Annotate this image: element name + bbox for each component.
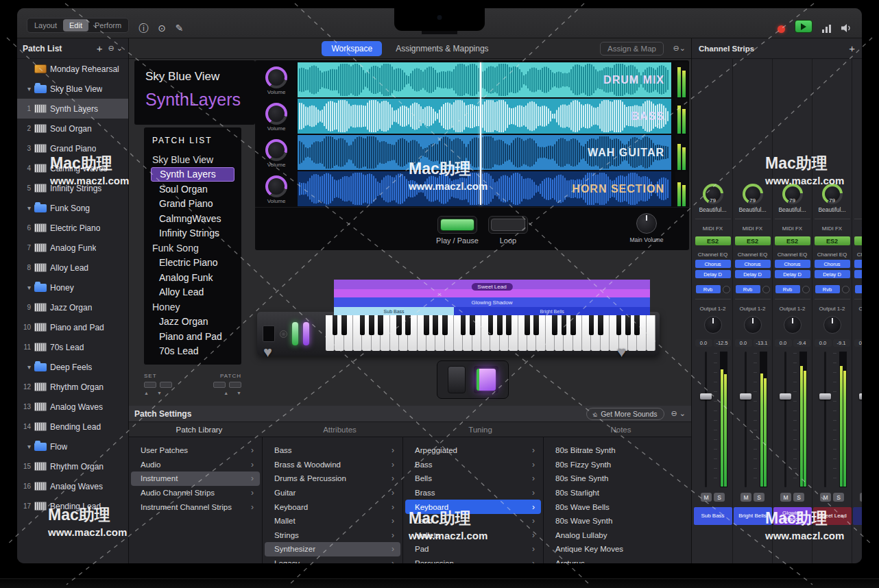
patch-list-item[interactable]: 15Rhythm Organ bbox=[17, 456, 128, 476]
patch-list-item[interactable]: 13Analog Waves bbox=[17, 397, 128, 417]
patch-list-item[interactable]: 16Analog Waves bbox=[17, 476, 128, 496]
layer-bottom-left[interactable]: Sub Bass bbox=[334, 307, 454, 315]
patch-list-item[interactable]: 10Piano and Pad bbox=[17, 317, 128, 337]
library-item[interactable]: Arcturus bbox=[546, 556, 689, 563]
concert-list-item[interactable]: Monday Rehearsal bbox=[17, 59, 128, 79]
fader-handle[interactable] bbox=[700, 393, 712, 400]
piano-key-black[interactable] bbox=[405, 315, 411, 335]
instrument-slot[interactable]: ES2 bbox=[775, 236, 810, 245]
strip-name[interactable] bbox=[853, 507, 863, 525]
mute-button[interactable]: M bbox=[860, 493, 862, 502]
patch-select-button[interactable] bbox=[213, 382, 226, 388]
set-list-item[interactable]: ▾Flow bbox=[17, 437, 128, 456]
add-channel-strip-button[interactable]: + bbox=[849, 42, 855, 54]
eq-slot[interactable]: Channel EQ bbox=[738, 252, 768, 258]
mode-layout[interactable]: Layout bbox=[28, 19, 63, 32]
playhead[interactable] bbox=[480, 62, 481, 205]
insert-slot[interactable]: Delay D bbox=[815, 270, 850, 278]
library-item[interactable]: Instrument› bbox=[131, 471, 260, 486]
piano-key-black[interactable] bbox=[360, 315, 365, 335]
eq-slot[interactable]: Channel EQ bbox=[857, 252, 862, 258]
patch-list-item[interactable]: 17Bending Lead bbox=[17, 496, 128, 516]
set-up-button[interactable]: ▲ bbox=[144, 391, 149, 395]
main-volume-knob[interactable] bbox=[636, 213, 657, 234]
library-item[interactable]: Percussion› bbox=[405, 556, 541, 563]
instrument-slot[interactable]: ES2 bbox=[735, 236, 771, 245]
piano-key-black[interactable] bbox=[433, 315, 438, 335]
library-item[interactable]: Strings› bbox=[265, 528, 400, 543]
piano-keys[interactable] bbox=[326, 315, 655, 351]
mute-button[interactable]: M bbox=[820, 493, 831, 502]
strip-name[interactable]: Glowing Shadow bbox=[773, 507, 812, 525]
set-select-button[interactable] bbox=[160, 382, 172, 388]
patch-list-item[interactable]: 12Rhythm Organ bbox=[17, 377, 128, 397]
onscreen-patch-item[interactable]: Grand Piano bbox=[151, 197, 234, 212]
strip-knob[interactable] bbox=[862, 184, 863, 204]
patch-list-item[interactable]: 6Electric Piano bbox=[17, 218, 128, 238]
piano-key-black[interactable] bbox=[461, 315, 466, 335]
onscreen-patch-item[interactable]: Infinity Strings bbox=[151, 226, 234, 241]
strip-knob[interactable]: 79 bbox=[782, 184, 803, 204]
send-knob[interactable] bbox=[762, 286, 770, 293]
instrument-slot[interactable]: ES2 bbox=[854, 236, 863, 245]
onscreen-patch-item[interactable]: Funk Song bbox=[151, 241, 234, 256]
fader-handle[interactable] bbox=[780, 393, 791, 400]
library-item[interactable]: Audio Channel Strips› bbox=[131, 486, 260, 500]
piano-key-black[interactable] bbox=[488, 315, 494, 335]
library-item[interactable]: Bass› bbox=[265, 443, 400, 458]
fader-handle[interactable] bbox=[819, 393, 831, 400]
library-item[interactable]: 80s Bitrate Synth bbox=[546, 443, 689, 458]
set-list-item[interactable]: ▾Funk Song bbox=[17, 198, 128, 218]
layer-bottom-right[interactable]: Bright Bells bbox=[454, 307, 650, 315]
library-tab[interactable]: Attributes bbox=[269, 422, 410, 437]
midi-fx-slot[interactable]: MIDI FX bbox=[822, 225, 842, 232]
output-slot[interactable]: Output 1-2 bbox=[700, 306, 726, 312]
volume-knob[interactable] bbox=[265, 139, 287, 161]
onscreen-patch-item[interactable]: Soul Organ bbox=[151, 182, 234, 197]
strip-name[interactable]: Sub Bass bbox=[694, 507, 732, 525]
library-item[interactable]: Lead› bbox=[405, 514, 541, 528]
tab-assignments-mappings[interactable]: Assignments & Mappings bbox=[386, 41, 498, 56]
insert-slot[interactable]: Chorus bbox=[854, 260, 863, 268]
send-button[interactable]: Rvb bbox=[855, 285, 863, 293]
layer-middle[interactable]: Glowing Shadow bbox=[334, 297, 650, 307]
pan-knob[interactable] bbox=[823, 316, 841, 334]
solo-button[interactable]: S bbox=[714, 493, 725, 502]
levels-icon[interactable] bbox=[822, 25, 831, 33]
pan-knob[interactable] bbox=[704, 316, 722, 334]
pitch-wheel[interactable] bbox=[292, 322, 298, 345]
solo-button[interactable]: S bbox=[793, 493, 804, 502]
strip-knob[interactable]: 79 bbox=[703, 184, 723, 204]
fader-handle[interactable] bbox=[859, 393, 863, 400]
pencil-icon[interactable]: ✎ bbox=[176, 23, 184, 33]
volume-knob[interactable] bbox=[265, 66, 287, 88]
instrument-slot[interactable]: ES2 bbox=[695, 236, 731, 245]
onscreen-patch-item[interactable]: Electric Piano bbox=[151, 256, 234, 271]
strip-name[interactable]: Sweet Lead bbox=[813, 507, 852, 525]
patch-list-item[interactable]: 7Analog Funk bbox=[17, 238, 128, 258]
library-item[interactable]: 80s Starlight bbox=[546, 486, 689, 500]
output-slot[interactable]: Output 1-2 bbox=[740, 306, 766, 312]
mode-perform[interactable]: Perform bbox=[88, 19, 128, 32]
pan-knob[interactable] bbox=[784, 316, 802, 334]
track-lane[interactable]: BASS bbox=[298, 99, 671, 134]
piano-key-black[interactable] bbox=[424, 315, 429, 335]
set-select-button[interactable] bbox=[144, 382, 156, 388]
assign-map-button[interactable]: Assign & Map bbox=[600, 42, 664, 56]
library-tab[interactable]: Patch Library bbox=[129, 422, 269, 437]
strip-setting-button[interactable]: Beautiful... bbox=[738, 206, 766, 213]
insert-slot[interactable]: Delay D bbox=[775, 270, 810, 278]
library-item[interactable]: 80s Wave Synth bbox=[546, 514, 689, 528]
library-item[interactable]: Instrument Channel Strips› bbox=[131, 500, 260, 514]
play-button[interactable] bbox=[795, 20, 812, 33]
mute-button[interactable]: M bbox=[701, 493, 712, 502]
set-list-item[interactable]: ▾Sky Blue View bbox=[17, 79, 128, 99]
send-knob[interactable] bbox=[723, 286, 730, 293]
insert-slot[interactable]: Chorus bbox=[775, 260, 810, 268]
output-slot[interactable]: Output 1-2 bbox=[859, 306, 862, 312]
piano-key-white[interactable] bbox=[647, 315, 655, 351]
library-item[interactable]: 80s Wave Bells bbox=[546, 500, 689, 514]
eq-slot[interactable]: Channel EQ bbox=[698, 252, 728, 258]
mode-edit[interactable]: Edit bbox=[63, 19, 88, 32]
eq-slot[interactable]: Channel EQ bbox=[778, 252, 808, 258]
